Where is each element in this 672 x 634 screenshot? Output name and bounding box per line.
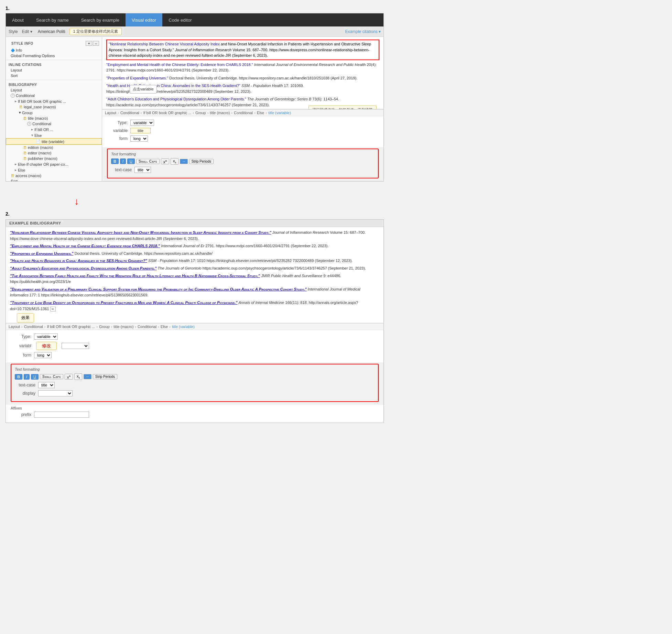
tree-info[interactable]: 🔷 Info <box>6 47 102 53</box>
bottom-type-panel: Type: variable variabl 修改 form <box>6 330 383 362</box>
nav-search-by-example[interactable]: Search by example <box>75 13 126 26</box>
bbc-else[interactable]: Else <box>161 325 168 329</box>
tree-else[interactable]: ▾ Else <box>6 132 102 138</box>
format-buttons: B I U Small Caps xa xs ··· Strip Periods <box>111 158 375 165</box>
edit-dropdown[interactable]: Edit ▾ <box>22 29 32 34</box>
tree-conditional2[interactable]: ? Conditional <box>6 121 102 127</box>
ex-title-5[interactable]: "Adult Children's Education and Physiolo… <box>10 266 156 270</box>
tree-else-if[interactable]: ▸ Else-If chapter OR paper-co... <box>6 161 102 167</box>
nav-search-by-name[interactable]: Search by name <box>30 13 75 26</box>
tree-inline-layout[interactable]: Layout <box>6 67 102 73</box>
tree-bib-sort[interactable]: Sort <box>6 178 102 181</box>
nav-visual-editor[interactable]: Visual editor <box>126 13 162 26</box>
nav-about[interactable]: About <box>6 13 30 26</box>
strip-periods-button[interactable]: Strip Periods <box>189 159 214 164</box>
left-panel: STYLE INFO + – 🔷 Info Global Formatting … <box>6 37 102 181</box>
form-row: form long <box>107 135 379 142</box>
bottom-subscript-button[interactable]: xs <box>74 373 83 380</box>
ex-title-8[interactable]: "Treatment of Low Bone Density or Osteop… <box>10 300 237 305</box>
type-select[interactable]: variable <box>130 120 154 126</box>
text-case-select[interactable]: title <box>134 167 151 173</box>
ex-title-6[interactable]: "The Association Between Family Health a… <box>10 274 260 278</box>
italic-button[interactable]: I <box>120 158 126 164</box>
bottom-text-case-select[interactable]: title <box>38 382 55 388</box>
ex-title-7[interactable]: "Development and Validation of a Prelimi… <box>10 287 307 291</box>
pencil-icon[interactable]: ✏ <box>50 307 56 311</box>
tree-conditional[interactable]: ? Conditional <box>6 93 102 98</box>
main-content-area: STYLE INFO + – 🔷 Info Global Formatting … <box>6 37 383 181</box>
underline-button[interactable]: U <box>127 158 135 164</box>
bbc-title-variable[interactable]: title (variable) <box>172 325 195 329</box>
bbc-group[interactable]: Group <box>99 325 110 329</box>
display-select[interactable] <box>38 390 73 396</box>
bc-ifbill[interactable]: If bill OR book OR graphic ... <box>143 111 191 115</box>
section-1: About Search by name Search by example V… <box>6 13 384 182</box>
tree-else2[interactable]: ▸ Else <box>6 167 102 173</box>
tree-global-formatting[interactable]: Global Formatting Options <box>6 53 102 58</box>
bc-layout[interactable]: Layout <box>105 111 116 115</box>
subscript-button[interactable]: xs <box>171 158 179 165</box>
tree-edition-macro[interactable]: 🖹 edition (macro) <box>6 145 102 150</box>
bottom-text-case-row: text-case title <box>15 382 375 388</box>
small-caps-button[interactable]: Small Caps <box>136 159 160 164</box>
step2-label: 2. <box>6 211 384 217</box>
bbc-ifbill[interactable]: If bill OR book OR graphic ... <box>47 325 95 329</box>
prefix-input[interactable] <box>34 412 89 418</box>
bc-group[interactable]: Group <box>195 111 206 115</box>
bottom-form-select[interactable]: long <box>34 352 52 358</box>
ex-title-4[interactable]: "Health and Health Behaviors in China: A… <box>10 259 147 263</box>
bc-title-macro[interactable]: title (macro) <box>210 111 230 115</box>
tree-editor-macro[interactable]: 🖹 editor (macro) <box>6 150 102 156</box>
nav-code-editor[interactable]: Code editor <box>162 13 198 26</box>
tree-inline-sort[interactable]: Sort <box>6 73 102 78</box>
bc-conditional2[interactable]: Conditional <box>234 111 253 115</box>
bbc-title-macro[interactable]: title (macro) <box>113 325 133 329</box>
tree-if-bill2[interactable]: ▸ If bill OR ... <box>6 127 102 132</box>
ex-title-2[interactable]: "Employment and Mental Health of the Chi… <box>10 244 160 248</box>
tree-access-macro[interactable]: 🖹 access (macro) <box>6 173 102 178</box>
bbc-layout[interactable]: Layout <box>9 325 20 329</box>
bbc-conditional[interactable]: Conditional <box>24 325 43 329</box>
tree-title-variable[interactable]: 📄 title (variable) <box>6 138 102 145</box>
ex-entry-2: "Employment and Mental Health of the Chi… <box>10 243 379 249</box>
example-biblio: "Nonlinear Relationship Between Chinese … <box>6 227 383 323</box>
add-button[interactable]: + <box>86 41 92 46</box>
tree-if-bill[interactable]: ▸ If bill OR book OR graphic ... <box>6 98 102 104</box>
bottom-variable-select[interactable] <box>62 343 89 349</box>
bc-else[interactable]: Else <box>257 111 264 115</box>
ex-entry-5: "Adult Children's Education and Physiolo… <box>10 265 379 272</box>
ex-title-1[interactable]: "Nonlinear Relationship Between Chinese … <box>10 230 271 234</box>
minus-button[interactable]: – <box>93 41 99 46</box>
bc-title-variable[interactable]: title (variable) <box>268 111 291 115</box>
bottom-type-select[interactable]: variable <box>34 334 58 340</box>
bottom-strip-periods-button[interactable]: Strip Periods <box>93 374 117 379</box>
tree-group[interactable]: ▾ Group <box>6 110 102 116</box>
prefix-label: prefix <box>11 412 31 417</box>
form-label: form <box>107 136 128 141</box>
bottom-variable-row: variabl 修改 <box>11 342 379 350</box>
style-link[interactable]: Style <box>9 29 18 34</box>
tree-title-macro[interactable]: 🖹 title (macro) <box>6 116 102 121</box>
affixes-title: Affixes <box>11 406 379 410</box>
bottom-bold-button[interactable]: B <box>15 374 22 380</box>
superscript-button[interactable]: xa <box>161 158 169 165</box>
type-label: Type: <box>107 120 128 125</box>
style-info-title: STYLE INFO <box>9 40 36 46</box>
bottom-superscript-button[interactable]: xa <box>65 374 73 380</box>
link-button[interactable]: ··· <box>180 159 187 164</box>
bbc-conditional2[interactable]: Conditional <box>138 325 156 329</box>
bottom-underline-button[interactable]: U <box>31 374 39 380</box>
bold-button[interactable]: B <box>111 158 119 164</box>
bc-conditional[interactable]: Conditional <box>120 111 139 115</box>
ex-title-3[interactable]: "Properties of Expanding Universes." <box>10 251 74 255</box>
tree-publisher-macro[interactable]: 🖹 publisher (macro) <box>6 156 102 161</box>
text-formatting-box: Text formatting B I U Small Caps xa xs ·… <box>107 149 379 178</box>
tree-bib-layout[interactable]: Layout <box>6 87 102 93</box>
bottom-italic-button[interactable]: I <box>24 374 30 380</box>
bottom-link-button[interactable]: ··· <box>84 374 91 379</box>
tree-legal-case[interactable]: 🖹 legal_case (macro) <box>6 104 102 110</box>
step1-label: 1. <box>6 6 384 11</box>
form-select[interactable]: long <box>130 135 148 142</box>
bottom-small-caps-button[interactable]: Small Caps <box>40 374 63 379</box>
example-citations-link[interactable]: Example citations ▾ <box>345 29 381 34</box>
